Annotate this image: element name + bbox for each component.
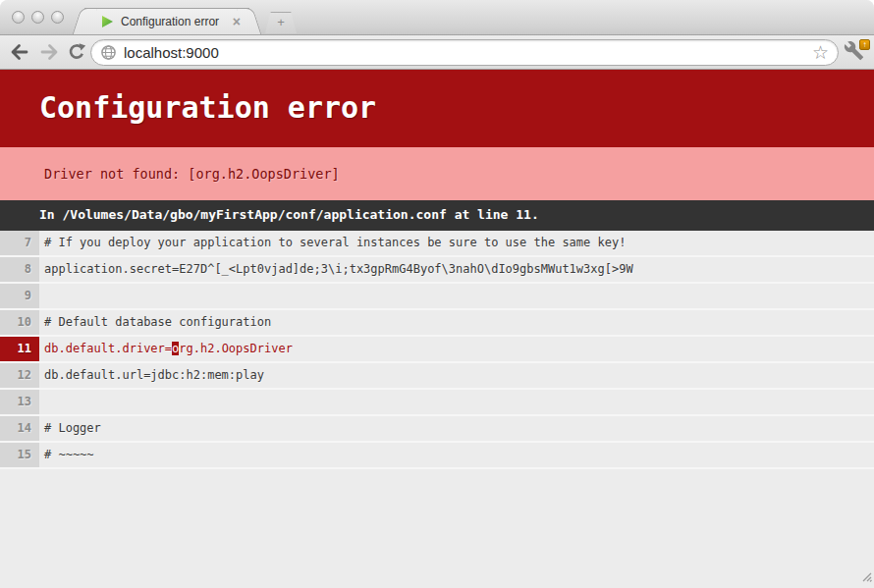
code-line: 9 xyxy=(0,284,874,310)
line-number: 12 xyxy=(0,363,39,388)
line-code: # ~~~~~ xyxy=(39,443,94,467)
reload-button[interactable] xyxy=(65,40,88,64)
tab-configuration-error[interactable]: Configuration error × xyxy=(84,8,249,34)
line-code: # If you deploy your application to seve… xyxy=(39,231,626,255)
page-content: Configuration error Driver not found: [o… xyxy=(0,70,874,588)
code-line: 14# Logger xyxy=(0,416,874,443)
code-line: 10# Default database configuration xyxy=(0,310,874,337)
back-arrow-icon xyxy=(10,43,29,61)
url-text[interactable]: localhost:9000 xyxy=(124,44,812,61)
line-code: # Default database configuration xyxy=(39,310,271,335)
line-number: 7 xyxy=(0,231,39,255)
line-code xyxy=(39,284,44,308)
code-line-error: 11db.default.driver=org.h2.OopsDriver xyxy=(0,337,874,363)
code-line: 7# If you deploy your application to sev… xyxy=(0,231,874,257)
tab-title: Configuration error xyxy=(121,15,230,28)
line-number: 15 xyxy=(0,443,39,467)
minimize-window-button[interactable] xyxy=(31,11,44,24)
line-code: # Logger xyxy=(39,416,101,441)
tab-strip: Configuration error × + xyxy=(0,0,874,35)
address-bar[interactable]: localhost:9000 ☆ xyxy=(90,39,839,66)
forward-button[interactable] xyxy=(37,40,61,64)
code-listing: 7# If you deploy your application to sev… xyxy=(0,231,874,469)
line-number: 8 xyxy=(0,257,39,282)
code-line: 8application.secret=E27D^[_<Lpt0vjad]de;… xyxy=(0,257,874,284)
line-number: 14 xyxy=(0,416,39,441)
resize-grip[interactable] xyxy=(859,567,872,586)
tab-close-icon[interactable]: × xyxy=(230,15,244,28)
reload-icon xyxy=(67,42,86,62)
update-badge-icon: ↑ xyxy=(859,39,870,50)
line-number: 11 xyxy=(0,337,39,361)
code-line: 15# ~~~~~ xyxy=(0,443,874,469)
browser-toolbar: localhost:9000 ☆ ↑ xyxy=(0,35,874,70)
forward-arrow-icon xyxy=(39,43,59,61)
new-tab-button[interactable]: + xyxy=(265,12,297,33)
browser-window: Configuration error × + xyxy=(0,0,874,588)
line-number: 9 xyxy=(0,284,39,308)
code-line: 13 xyxy=(0,390,874,416)
error-location: In /Volumes/Data/gbo/myFirstApp/conf/app… xyxy=(0,200,874,231)
line-code: application.secret=E27D^[_<Lpt0vjad]de;3… xyxy=(39,257,633,282)
window-controls xyxy=(12,11,64,24)
menu-wrench-button[interactable]: ↑ xyxy=(844,40,869,64)
line-number: 10 xyxy=(0,310,39,335)
code-line: 12db.default.url=jdbc:h2:mem:play xyxy=(0,363,874,390)
globe-icon xyxy=(100,44,117,61)
error-detail: Driver not found: [org.h2.OopsDriver] xyxy=(0,147,874,200)
back-button[interactable] xyxy=(8,40,31,64)
zoom-window-button[interactable] xyxy=(51,11,64,24)
page-title: Configuration error xyxy=(0,70,874,147)
line-code xyxy=(39,390,44,414)
line-code: db.default.driver=org.h2.OopsDriver xyxy=(39,337,293,361)
bookmark-star-icon[interactable]: ☆ xyxy=(812,43,829,62)
play-favicon-icon xyxy=(100,15,114,28)
line-code: db.default.url=jdbc:h2:mem:play xyxy=(39,363,264,388)
close-window-button[interactable] xyxy=(12,11,25,24)
line-number: 13 xyxy=(0,390,39,414)
